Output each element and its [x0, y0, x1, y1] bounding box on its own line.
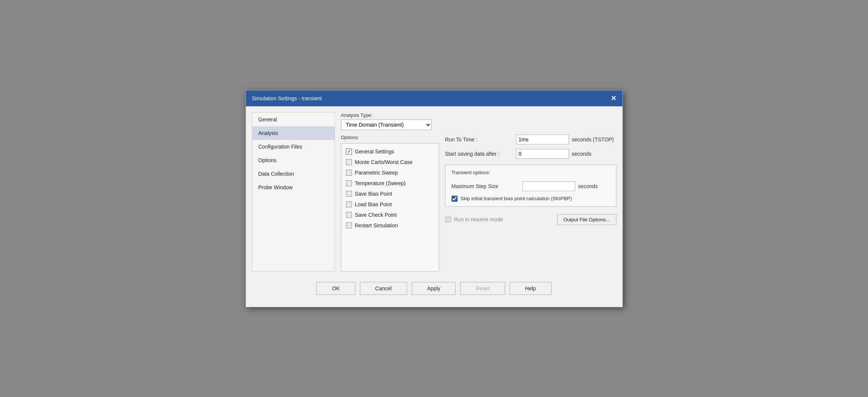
option-restart-simulation[interactable]: Restart Simulation — [343, 221, 437, 230]
option-save-bias-point[interactable]: Save Bias Point — [343, 189, 437, 199]
title-bar: Simulation Settings - transient ✕ — [246, 90, 622, 106]
run-to-time-unit: seconds (TSTOP) — [572, 136, 614, 143]
run-resume-checkbox — [445, 216, 451, 222]
transient-options-group: Transient options: Maximum Step Size sec… — [445, 165, 616, 207]
option-label-monte-carlo: Monte Carlo/Worst Case — [355, 159, 413, 165]
run-resume-left: Run in resume mode — [445, 216, 503, 222]
main-content: General Analysis Configuration Files Opt… — [252, 112, 616, 271]
option-label-temperature-sweep: Temperature (Sweep) — [355, 180, 406, 186]
option-general-settings[interactable]: General Settings — [343, 147, 437, 156]
analysis-type-select[interactable]: Time Domain (Transient) AC Sweep DC Swee… — [341, 120, 432, 130]
option-monte-carlo[interactable]: Monte Carlo/Worst Case — [343, 157, 437, 167]
run-resume-row: Run in resume mode Output File Options..… — [445, 214, 616, 225]
sidebar-item-data-collection[interactable]: Data Collection — [252, 167, 335, 181]
analysis-type-label: Analysis Type: — [341, 112, 616, 118]
run-resume-label: Run in resume mode — [454, 216, 503, 222]
run-to-time-input[interactable] — [516, 135, 569, 144]
dialog-body: General Analysis Configuration Files Opt… — [246, 106, 622, 307]
skip-initial-row: Skip initial transient bias point calcul… — [452, 196, 610, 202]
option-label-parametric-sweep: Parametric Sweep — [355, 170, 398, 176]
checkbox-monte-carlo[interactable] — [346, 159, 352, 165]
footer: OK Cancel Apply Reset Help — [252, 277, 616, 301]
run-to-time-label: Run To Time : — [445, 136, 513, 143]
help-button[interactable]: Help — [510, 282, 552, 295]
settings-panel: Run To Time : seconds (TSTOP) Start savi… — [445, 135, 616, 225]
start-saving-label: Start saving data after : — [445, 151, 513, 157]
checkbox-load-bias-point[interactable] — [346, 201, 352, 207]
sidebar-item-general[interactable]: General — [252, 113, 335, 126]
dialog-title: Simulation Settings - transient — [252, 95, 322, 101]
ok-button[interactable]: OK — [316, 282, 355, 295]
right-panel: Analysis Type: Time Domain (Transient) A… — [341, 112, 616, 271]
sidebar-item-options[interactable]: Options — [252, 153, 335, 167]
sidebar: General Analysis Configuration Files Opt… — [252, 112, 335, 271]
reset-button[interactable]: Reset — [460, 282, 505, 295]
sidebar-item-analysis[interactable]: Analysis — [252, 126, 335, 140]
option-label-restart-simulation: Restart Simulation — [355, 222, 398, 228]
close-button[interactable]: ✕ — [611, 94, 616, 103]
checkbox-restart-simulation[interactable] — [346, 222, 352, 228]
apply-button[interactable]: Apply — [412, 282, 456, 295]
start-saving-input[interactable] — [516, 149, 569, 159]
sidebar-item-probe-window[interactable]: Probe Window — [252, 181, 335, 194]
analysis-type-section: Analysis Type: Time Domain (Transient) A… — [341, 112, 616, 130]
option-label-general-settings: General Settings — [355, 149, 394, 155]
skip-initial-label: Skip initial transient bias point calcul… — [461, 196, 572, 201]
checkbox-general-settings[interactable] — [346, 149, 352, 155]
option-label-load-bias-point: Load Bias Point — [355, 201, 392, 207]
run-to-time-row: Run To Time : seconds (TSTOP) — [445, 135, 616, 144]
option-label-save-check-point: Save Check Point — [355, 212, 397, 218]
skip-initial-checkbox[interactable] — [452, 196, 458, 202]
options-list: General Settings Monte Carlo/Worst Case … — [341, 143, 439, 271]
two-column-layout: Options: General Settings Monte Carlo/Wo… — [341, 135, 616, 271]
option-parametric-sweep[interactable]: Parametric Sweep — [343, 168, 437, 178]
checkbox-save-bias-point[interactable] — [346, 191, 352, 197]
option-label-save-bias-point: Save Bias Point — [355, 191, 392, 197]
start-saving-unit: seconds — [572, 151, 591, 157]
max-step-size-row: Maximum Step Size seconds — [452, 181, 610, 191]
checkbox-save-check-point[interactable] — [346, 212, 352, 218]
transient-options-title: Transient options: — [452, 170, 610, 175]
options-label: Options: — [341, 135, 439, 140]
options-panel: Options: General Settings Monte Carlo/Wo… — [341, 135, 439, 271]
max-step-size-input[interactable] — [522, 181, 575, 191]
option-save-check-point[interactable]: Save Check Point — [343, 210, 437, 220]
simulation-settings-dialog: Simulation Settings - transient ✕ Genera… — [246, 90, 623, 307]
max-step-size-unit: seconds — [578, 183, 598, 189]
option-temperature-sweep[interactable]: Temperature (Sweep) — [343, 178, 437, 188]
checkbox-temperature-sweep[interactable] — [346, 180, 352, 186]
sidebar-item-configuration-files[interactable]: Configuration Files — [252, 140, 335, 153]
output-file-options-button[interactable]: Output File Options... — [557, 214, 616, 225]
max-step-size-label: Maximum Step Size — [452, 183, 519, 189]
checkbox-parametric-sweep[interactable] — [346, 170, 352, 176]
option-load-bias-point[interactable]: Load Bias Point — [343, 199, 437, 209]
cancel-button[interactable]: Cancel — [360, 282, 407, 295]
start-saving-row: Start saving data after : seconds — [445, 149, 616, 159]
